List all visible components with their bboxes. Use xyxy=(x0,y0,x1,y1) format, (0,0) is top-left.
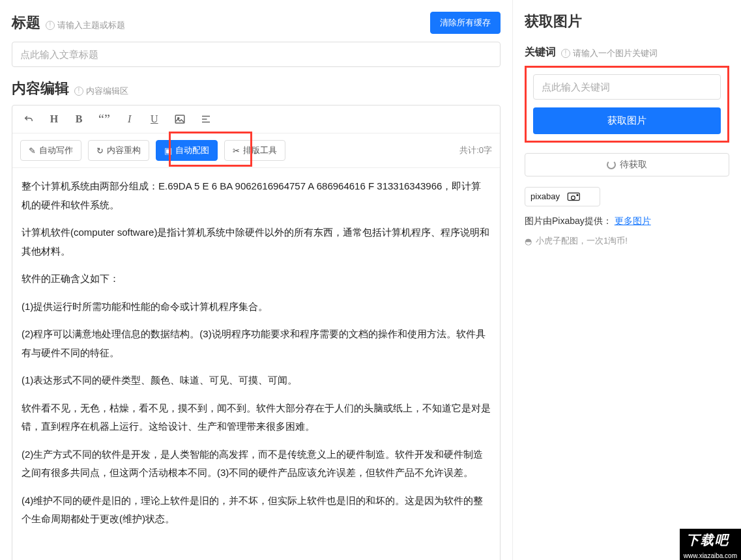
svg-point-7 xyxy=(576,194,578,196)
info-icon: ! xyxy=(74,87,83,96)
paragraph: 软件看不见，无色，枯燥，看不见，摸不到，闻不到。软件大部分存在于人们的头脑或纸上… xyxy=(22,399,491,436)
auto-write-label: 自动写作 xyxy=(39,145,73,156)
restructure-label: 内容重构 xyxy=(107,145,141,156)
watermark: 下载吧 www.xiazaiba.com xyxy=(680,529,741,560)
footer-note: ◓ 小虎子配图，一次1淘币! xyxy=(525,235,729,247)
content-label: 内容编辑 xyxy=(12,79,69,98)
main-column: 标题 ! 请输入主题或标题 清除所有缓存 内容编辑 ! 内容编辑区 xyxy=(0,0,513,560)
pending-label: 待获取 xyxy=(620,159,647,171)
sidebar-column: 获取图片 关键词 ! 请输入一个图片关键词 获取图片 待获取 pixabay xyxy=(513,0,741,560)
pending-status: 待获取 xyxy=(525,153,729,176)
pixabay-logo-icon: pixabay xyxy=(530,191,594,203)
fetch-image-title: 获取图片 xyxy=(525,12,729,31)
paragraph: 软件的正确含义如下： xyxy=(22,270,491,288)
info-icon: ! xyxy=(46,21,55,30)
italic-icon[interactable]: I xyxy=(122,111,138,128)
svg-point-8 xyxy=(572,196,575,200)
typeset-label: 排版工具 xyxy=(243,145,277,156)
editor-box: H B “” I U ✎ 自动写作 ↻ 内容重构 xyxy=(12,105,501,560)
paragraph: 整个计算机系统由两部分组成：E.69DA 5 E 6 BA 9062616964… xyxy=(22,177,491,214)
svg-text:pixabay: pixabay xyxy=(530,191,560,201)
spinner-icon xyxy=(607,160,616,169)
coin-icon: ◓ xyxy=(525,236,532,246)
auto-image-button[interactable]: ▣ 自动配图 xyxy=(156,140,218,161)
title-section-header: 标题 ! 请输入主题或标题 清除所有缓存 xyxy=(12,12,501,34)
watermark-url: www.xiazaiba.com xyxy=(680,552,741,560)
credit-prefix: 图片由Pixabay提供： xyxy=(525,216,612,226)
content-area[interactable]: 整个计算机系统由两部分组成：E.69DA 5 E 6 BA 9062616964… xyxy=(12,168,500,560)
content-hint: ! 内容编辑区 xyxy=(74,85,128,97)
credit-row: 图片由Pixabay提供： 更多图片 xyxy=(525,216,729,227)
counter-value: 0 xyxy=(479,145,484,155)
auto-write-button[interactable]: ✎ 自动写作 xyxy=(20,140,81,161)
tool-icon: ✂ xyxy=(233,146,240,156)
watermark-text: 下载吧 xyxy=(680,529,741,552)
paragraph: (1)表达形式不同的硬件类型、颜色、味道、可见、可摸、可闻。 xyxy=(22,371,491,390)
highlight-keyword-area: 获取图片 xyxy=(525,66,729,143)
content-section-header: 内容编辑 ! 内容编辑区 xyxy=(12,79,501,98)
align-left-icon[interactable] xyxy=(197,111,214,128)
title-hint: ! 请输入主题或标题 xyxy=(46,20,125,31)
auto-image-label: 自动配图 xyxy=(175,145,209,156)
picture-icon: ▣ xyxy=(164,146,172,156)
pixabay-badge: pixabay xyxy=(525,187,600,206)
restructure-button[interactable]: ↻ 内容重构 xyxy=(88,140,149,161)
refresh-icon: ↻ xyxy=(96,146,104,156)
info-icon: ! xyxy=(561,49,570,58)
counter-suffix: 字 xyxy=(484,145,492,155)
action-toolbar: ✎ 自动写作 ↻ 内容重构 ▣ 自动配图 ✂ 排版工具 共计:0字 xyxy=(12,133,500,168)
title-label: 标题 xyxy=(12,13,40,33)
undo-icon[interactable] xyxy=(20,111,37,128)
counter-prefix: 共计: xyxy=(459,145,479,155)
bold-icon[interactable]: B xyxy=(71,111,87,128)
content-hint-text: 内容编辑区 xyxy=(86,85,128,97)
fetch-image-button[interactable]: 获取图片 xyxy=(533,107,721,134)
paragraph: 计算机软件(computer software)是指计算机系统中除硬件以外的所有… xyxy=(22,223,491,260)
keyword-label: 关键词 xyxy=(525,46,556,59)
underline-icon[interactable]: U xyxy=(147,111,162,128)
keyword-input[interactable] xyxy=(533,74,721,100)
word-counter: 共计:0字 xyxy=(459,145,492,156)
article-title-input[interactable] xyxy=(12,42,501,67)
paragraph: (4)维护不同的硬件是旧的，理论上软件是旧的，并不坏，但实际上软件也是旧的和坏的… xyxy=(22,492,491,529)
quote-icon[interactable]: “” xyxy=(96,113,113,126)
image-icon[interactable] xyxy=(171,111,188,128)
clear-cache-button[interactable]: 清除所有缓存 xyxy=(430,12,501,34)
keyword-hint: ! 请输入一个图片关键词 xyxy=(561,48,658,59)
more-images-link[interactable]: 更多图片 xyxy=(615,216,651,226)
paragraph: (2)程序可以满意地处理信息的数据结构。(3)说明程序功能要求和程序需要的文档的… xyxy=(22,325,491,362)
keyword-hint-text: 请输入一个图片关键词 xyxy=(573,48,658,59)
footer-note-text: 小虎子配图，一次1淘币! xyxy=(536,235,628,247)
paragraph: (2)生产方式不同的软件是开发，是人类智能的高发挥，而不是传统意义上的硬件制造。… xyxy=(22,445,491,483)
format-toolbar: H B “” I U xyxy=(12,105,500,133)
pencil-icon: ✎ xyxy=(29,146,36,156)
heading-icon[interactable]: H xyxy=(46,111,62,128)
title-hint-text: 请输入主题或标题 xyxy=(57,20,125,31)
typeset-button[interactable]: ✂ 排版工具 xyxy=(224,140,285,161)
paragraph: (1)提供运行时所需功能和性能的命令或计算机程序集合。 xyxy=(22,298,491,316)
